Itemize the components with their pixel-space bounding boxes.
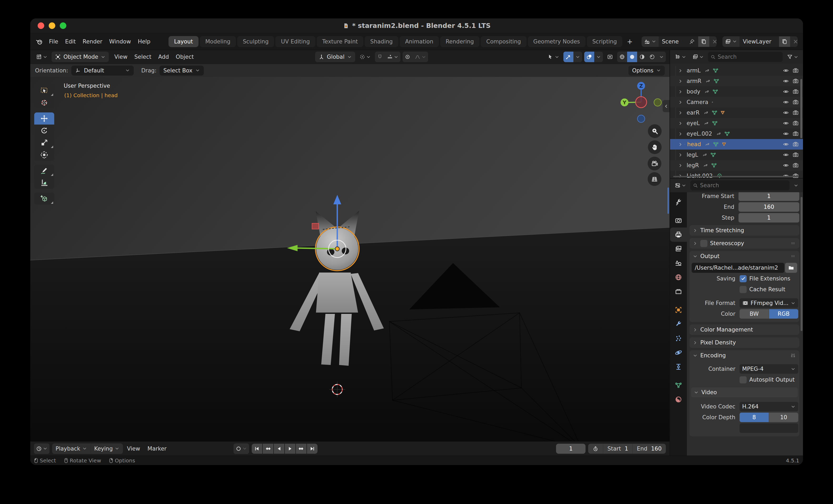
torso[interactable] — [316, 272, 358, 313]
xray-toggle-button[interactable] — [605, 52, 615, 62]
properties-tab-tool[interactable] — [670, 195, 687, 209]
snap-toggle-button[interactable] — [375, 52, 385, 62]
outliner-row-eyeL[interactable]: eyeL — [670, 118, 803, 128]
tool-transform[interactable] — [34, 149, 54, 161]
subpanel-video[interactable]: Video — [691, 387, 798, 398]
outliner-row-legL[interactable]: legL — [670, 149, 803, 160]
disable-in-renders-toggle[interactable] — [792, 152, 799, 158]
outliner-row-Camera[interactable]: Camera — [670, 97, 803, 107]
timeline-editor-type-button[interactable] — [34, 443, 49, 454]
timeline-menu-playback[interactable]: Playback — [52, 443, 91, 454]
transform-orientation-dropdown[interactable]: Global — [315, 52, 355, 62]
expand-icon[interactable] — [678, 100, 683, 105]
outliner-row-earR[interactable]: earR — [670, 107, 803, 118]
scene-unlink-button[interactable] — [709, 37, 717, 47]
color-depth-8-option[interactable]: 8 — [740, 413, 769, 422]
play-reverse-button[interactable] — [274, 444, 284, 454]
pivot-point-button[interactable] — [357, 52, 373, 62]
properties-tab-particles[interactable] — [670, 331, 687, 345]
viewlayer-name-field[interactable]: ViewLayer — [740, 37, 779, 47]
viewport-menu-object[interactable]: Object — [172, 51, 197, 63]
pan-view-button[interactable] — [648, 140, 662, 154]
file-extensions-checkbox[interactable] — [740, 275, 747, 282]
play-button[interactable] — [285, 444, 295, 454]
hide-in-viewport-toggle[interactable] — [783, 130, 789, 137]
overlays-settings-button[interactable] — [594, 52, 603, 62]
panel-color-management[interactable]: Color Management — [690, 325, 799, 335]
proportional-falloff-button[interactable] — [412, 52, 428, 62]
timeline-menu-marker[interactable]: Marker — [144, 443, 170, 454]
properties-editor-type-button[interactable] — [673, 180, 688, 191]
expand-icon[interactable] — [678, 89, 683, 94]
outliner-row-armL[interactable]: armL — [670, 65, 803, 76]
workspace-tab-animation[interactable]: Animation — [400, 36, 439, 47]
hide-in-viewport-toggle[interactable] — [783, 78, 789, 84]
expand-icon[interactable] — [678, 152, 683, 158]
workspace-tab-uv-editing[interactable]: UV Editing — [276, 36, 315, 47]
tool-move[interactable] — [34, 113, 54, 124]
close-button[interactable] — [38, 22, 44, 29]
shading-solid-button[interactable] — [627, 52, 637, 62]
frame-end-field[interactable]: End160 — [633, 444, 666, 454]
tool-rotate[interactable] — [34, 124, 54, 137]
outliner-search-input[interactable] — [718, 54, 780, 60]
properties-search-input[interactable] — [700, 182, 787, 189]
selectability-visibility-button[interactable] — [546, 52, 561, 62]
object-name[interactable]: eyeL — [687, 120, 700, 126]
panel-output[interactable]: Output /Users/Rachel...ade/staranim2 Sav… — [690, 251, 799, 322]
panel-encoding[interactable]: Encoding Container MPEG-4 Autosplit Outp… — [690, 350, 799, 436]
clipped-widget[interactable] — [740, 424, 798, 433]
properties-tab-world[interactable] — [670, 270, 687, 284]
3d-scene[interactable]: Z Y — [30, 77, 669, 441]
properties-tab-modifiers[interactable] — [670, 317, 687, 331]
properties-tab-data[interactable] — [670, 378, 687, 392]
disable-in-renders-toggle[interactable] — [792, 141, 799, 147]
shading-settings-button[interactable] — [657, 52, 666, 62]
color-rgb-option[interactable]: RGB — [769, 309, 798, 319]
sidebar-collapse-tab[interactable] — [663, 100, 669, 112]
timeline-menu-keying[interactable]: Keying — [91, 443, 123, 454]
disable-in-renders-toggle[interactable] — [792, 89, 799, 95]
drag-dropdown[interactable]: Select Box — [160, 66, 204, 76]
tool-cursor[interactable] — [34, 97, 54, 109]
properties-tab-object[interactable] — [670, 303, 687, 317]
blender-logo-icon[interactable] — [35, 38, 43, 45]
disable-in-renders-toggle[interactable] — [792, 120, 799, 126]
hide-in-viewport-toggle[interactable] — [783, 89, 789, 95]
presets-icon[interactable] — [790, 352, 796, 359]
output-path-field[interactable]: /Users/Rachel...ade/staranim2 — [692, 263, 784, 273]
expand-icon[interactable] — [678, 142, 683, 147]
tool-scale[interactable] — [34, 137, 54, 149]
object-name[interactable]: armR — [687, 78, 701, 84]
properties-tab-collection[interactable] — [670, 284, 687, 298]
snap-settings-button[interactable] — [385, 52, 400, 62]
mode-dropdown[interactable]: Object Mode — [52, 52, 109, 62]
jump-to-start-button[interactable] — [252, 444, 262, 454]
shading-wireframe-button[interactable] — [617, 52, 627, 62]
outliner-row-legR[interactable]: legR — [670, 160, 803, 171]
properties-scrollbar[interactable] — [801, 197, 803, 331]
properties-tab-physics[interactable] — [670, 345, 687, 360]
color-bw-option[interactable]: BW — [740, 309, 769, 319]
proportional-editing-button[interactable] — [403, 52, 412, 62]
workspace-tab-texture-paint[interactable]: Texture Paint — [317, 36, 363, 47]
hide-in-viewport-toggle[interactable] — [783, 141, 789, 147]
menu-help[interactable]: Help — [134, 36, 154, 47]
gizmo-plane-handle-x[interactable] — [312, 223, 318, 229]
orientation-dropdown[interactable]: Default — [71, 66, 134, 76]
disable-in-renders-toggle[interactable] — [792, 110, 799, 116]
workspace-tab-rendering[interactable]: Rendering — [440, 36, 479, 47]
expand-icon[interactable] — [678, 121, 683, 126]
workspace-tab-geometry-nodes[interactable]: Geometry Nodes — [528, 36, 586, 47]
shading-material-button[interactable] — [637, 52, 647, 62]
workspace-tab-shading[interactable]: Shading — [365, 36, 398, 47]
disable-in-renders-toggle[interactable] — [792, 99, 799, 105]
menu-window[interactable]: Window — [106, 36, 135, 47]
disable-in-renders-toggle[interactable] — [792, 78, 799, 84]
active-camera-badge[interactable] — [712, 102, 713, 103]
workspace-tab-scripting[interactable]: Scripting — [587, 36, 622, 47]
container-dropdown[interactable]: MPEG-4 — [740, 364, 798, 374]
outliner-search[interactable] — [708, 52, 783, 62]
shading-rendered-button[interactable] — [647, 52, 657, 62]
hide-in-viewport-toggle[interactable] — [783, 120, 789, 126]
